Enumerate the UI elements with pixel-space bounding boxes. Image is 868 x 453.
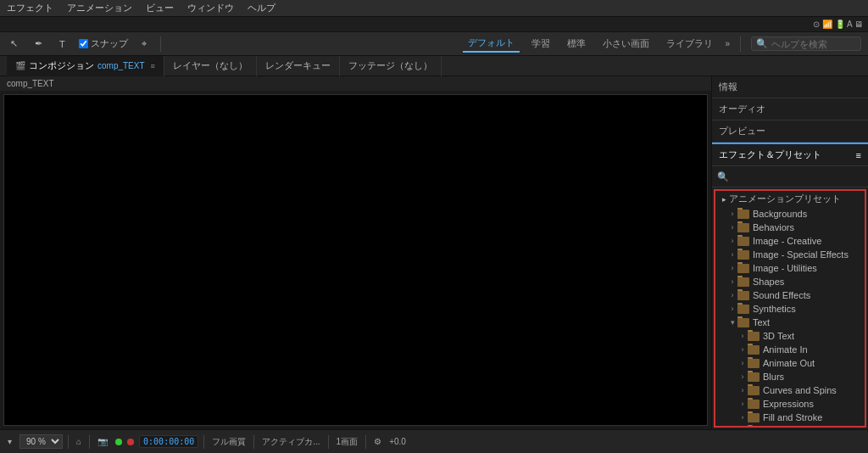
zoom-select[interactable]: 90 % [19, 434, 63, 449]
effects-title: エフェクト＆プリセット [719, 148, 821, 161]
toolbar-divider [328, 435, 329, 449]
tab-library[interactable]: ライブラリ [661, 36, 718, 52]
text-tool[interactable]: T [56, 37, 69, 51]
toolbar-divider [203, 435, 204, 449]
folder-image-utilities[interactable]: › Image - Utilities [715, 261, 865, 275]
viewer-canvas[interactable] [3, 94, 708, 426]
folder-label: Expressions [763, 399, 865, 409]
folder-chevron: › [727, 305, 737, 313]
menu-bar: エフェクト アニメーション ビュー ウィンドウ ヘルプ [0, 0, 868, 17]
help-search-input[interactable] [771, 39, 856, 49]
menu-animation[interactable]: アニメーション [67, 2, 132, 14]
folder-animate-out[interactable]: › Animate Out [715, 356, 865, 370]
folder-chevron: ▾ [727, 318, 737, 327]
folder-chevron: › [737, 372, 748, 381]
folder-curves[interactable]: › Curves and Spins [715, 383, 865, 397]
audio-header[interactable]: オーディオ [712, 98, 868, 120]
folder-shapes[interactable]: › Shapes [715, 275, 865, 288]
footage-tab[interactable]: フッテージ（なし） [340, 56, 442, 76]
render-tab[interactable]: レンダーキュー [257, 56, 340, 76]
home-btn[interactable]: ⌂ [74, 436, 84, 447]
tab-learn[interactable]: 学習 [526, 36, 555, 52]
magnet-tool[interactable]: ⌖ [138, 36, 150, 51]
folder-label: 3D Text [763, 331, 865, 341]
folder-icon [737, 223, 749, 232]
tab-default[interactable]: デフォルト [463, 35, 520, 53]
zoom-down-btn[interactable]: ▾ [5, 436, 14, 447]
menu-window[interactable]: ウィンドウ [187, 2, 234, 14]
folder-synthetics[interactable]: › Synthetics [715, 302, 865, 316]
snap-checkbox-input[interactable] [79, 39, 88, 48]
effects-search-icon: 🔍 [717, 171, 729, 182]
system-bar: ⊙ 📶 🔋 A 🖥 [0, 17, 868, 32]
arrow-tool[interactable]: ↖ [7, 36, 21, 51]
folder-label: Image - Special Effects [753, 249, 865, 260]
folder-chevron: › [727, 277, 737, 286]
quality-btn[interactable]: フル画質 [209, 435, 248, 449]
toolbar-divider [253, 435, 254, 449]
offset-btn[interactable]: ⚙ [371, 436, 384, 447]
main-layout: comp_TEXT 情報 オーディオ プレビュー エフェクト＆プリセット ≡ [0, 76, 868, 429]
folder-blurs[interactable]: › Blurs [715, 370, 865, 383]
root-preset-item[interactable]: ▸ アニメーションプリセット [715, 191, 865, 207]
root-chevron: ▸ [719, 195, 729, 204]
layer-tab[interactable]: レイヤー（なし） [164, 56, 257, 76]
folder-text[interactable]: ▾ Text [715, 316, 865, 329]
comp-tab-label: コンポジション [29, 59, 94, 72]
folder-behaviors[interactable]: › Behaviors [715, 221, 865, 234]
toolbar-divider [68, 435, 69, 449]
menu-view[interactable]: ビュー [146, 2, 174, 14]
camera-btn[interactable]: 📷 [95, 436, 110, 447]
info-header[interactable]: 情報 [712, 76, 868, 98]
folder-icon [748, 413, 760, 422]
pen-tool[interactable]: ✒ [31, 36, 46, 51]
folder-label: Behaviors [753, 222, 865, 232]
folder-expressions[interactable]: › Expressions [715, 397, 865, 411]
folder-3dtext[interactable]: › 3D Text [715, 329, 865, 343]
workspace-more-icon[interactable]: » [725, 39, 730, 48]
preview-mode-btn[interactable]: アクティブカ... [259, 435, 322, 449]
folder-graphical[interactable]: › Graphical [715, 424, 865, 428]
folder-animate-in[interactable]: › Animate In [715, 343, 865, 356]
help-search-icon: 🔍 [756, 38, 768, 49]
snap-toggle[interactable]: スナップ [79, 37, 128, 50]
toolbar: ↖ ✒ T スナップ ⌖ デフォルト 学習 標準 小さい画面 ライブラリ » 🔍 [0, 32, 868, 56]
folder-icon [748, 427, 760, 428]
audio-label: オーディオ [719, 103, 765, 115]
folder-backgrounds[interactable]: › Backgrounds [715, 207, 865, 221]
frame-btn[interactable]: 1画面 [334, 435, 361, 449]
folder-chevron: › [727, 264, 737, 272]
folder-sound[interactable]: › Sound Effects [715, 288, 865, 302]
menu-help[interactable]: ヘルプ [248, 2, 275, 14]
folder-label: Fill and Stroke [763, 412, 865, 422]
folder-fill-stroke[interactable]: › Fill and Stroke [715, 411, 865, 424]
folder-chevron: › [727, 237, 737, 245]
folder-image-creative[interactable]: › Image - Creative [715, 234, 865, 248]
folder-image-special[interactable]: › Image - Special Effects [715, 248, 865, 261]
folder-icon [737, 318, 749, 327]
toolbar-divider2 [740, 36, 741, 52]
comp-tab[interactable]: 🎬 コンポジション comp_TEXT ≡ [7, 56, 164, 76]
preview-header[interactable]: プレビュー [712, 120, 868, 142]
tab-small[interactable]: 小さい画面 [598, 36, 654, 52]
comp-tab-menu[interactable]: ≡ [151, 62, 155, 70]
effects-search-input[interactable] [732, 170, 863, 183]
footage-tab-label: フッテージ（なし） [348, 59, 432, 72]
preview-label: プレビュー [719, 125, 765, 137]
folder-chevron: › [727, 291, 737, 299]
comp-tab-name: comp_TEXT [97, 61, 145, 70]
workspace-tabs: デフォルト 学習 標準 小さい画面 ライブラリ » [463, 35, 730, 53]
effects-search-area: 🔍 [712, 166, 868, 187]
tab-standard[interactable]: 標準 [562, 36, 591, 52]
menu-effect[interactable]: エフェクト [7, 2, 53, 14]
folder-label: Image - Creative [753, 236, 865, 246]
folder-icon [737, 210, 749, 219]
effects-menu-icon[interactable]: ≡ [856, 150, 861, 160]
comp-name-label: comp_TEXT [0, 76, 711, 91]
folder-label: Animate In [763, 344, 865, 355]
timecode-display[interactable]: 0:00:00:00 [139, 435, 198, 448]
folder-chevron: › [737, 400, 748, 408]
folder-icon [748, 345, 760, 355]
snap-label: スナップ [91, 37, 128, 50]
toolbar-divider [160, 36, 161, 52]
